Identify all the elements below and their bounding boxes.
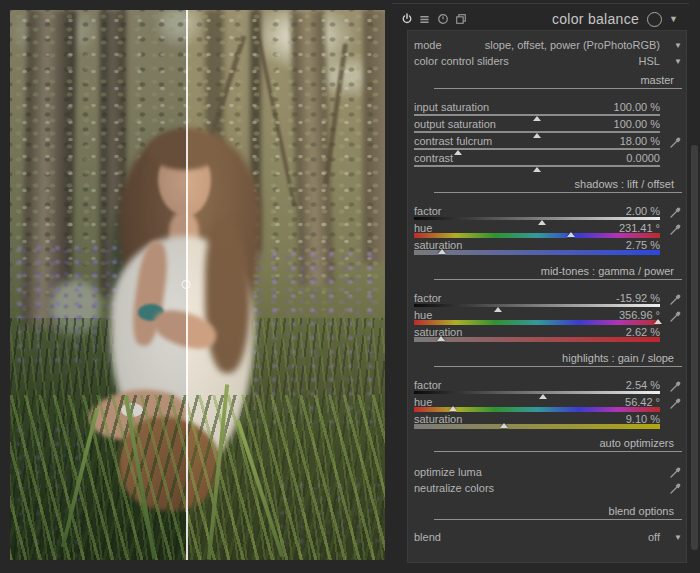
output-saturation-slider[interactable]: output saturation100.00 %: [412, 118, 682, 135]
reset-icon[interactable]: [436, 13, 449, 26]
blend-label: blend: [414, 531, 441, 543]
slider-marker[interactable]: [449, 406, 457, 411]
slider-marker[interactable]: [533, 167, 541, 172]
shadows-factor-slider[interactable]: factor2.00 %: [412, 205, 682, 222]
optimize-luma-button[interactable]: optimize luma: [412, 464, 682, 480]
color-control-combobox[interactable]: color control sliders HSL ▼: [412, 53, 682, 69]
blend-combobox[interactable]: blend off ▼: [412, 529, 682, 545]
slider-label: output saturation: [414, 118, 496, 130]
section-header-master[interactable]: master: [434, 71, 682, 89]
color-picker-icon[interactable]: [662, 136, 682, 148]
color-picker-icon[interactable]: [662, 482, 682, 494]
slider-track[interactable]: [414, 131, 660, 133]
slider-track[interactable]: [414, 320, 660, 325]
chevron-down-icon[interactable]: ▼: [674, 41, 682, 50]
multi-instance-icon[interactable]: [454, 13, 467, 26]
slider-value: 2.00 %: [626, 205, 660, 217]
section-header-blend-options[interactable]: blend options: [434, 502, 682, 520]
section-header-auto-optimizers[interactable]: auto optimizers: [434, 434, 682, 452]
slider-value: 100.00 %: [614, 118, 660, 130]
color-picker-icon[interactable]: [662, 223, 682, 235]
slider-value: 0.0000: [626, 152, 660, 164]
panel-divider: [392, 3, 689, 4]
slider-track[interactable]: [414, 114, 660, 116]
midtones-hue-slider[interactable]: hue356.96 °: [412, 309, 682, 326]
optimize-luma-label: optimize luma: [414, 466, 482, 478]
slider-track[interactable]: [414, 304, 660, 307]
slider-value: 18.00 %: [620, 135, 660, 147]
slider-marker[interactable]: [500, 423, 508, 428]
slider-track[interactable]: [414, 233, 660, 238]
darkroom-view: color balance ▼ mode slope, offset, powe…: [0, 0, 700, 573]
slider-track[interactable]: [414, 424, 660, 429]
section-header-highlights[interactable]: highlights : gain / slope: [434, 349, 682, 367]
color-control-label: color control sliders: [414, 55, 509, 67]
slider-label: contrast: [414, 152, 453, 164]
highlights-saturation-slider[interactable]: saturation9.10 %: [412, 413, 682, 430]
color-control-value[interactable]: HSL: [639, 55, 660, 67]
slider-marker[interactable]: [437, 336, 445, 341]
mode-label: mode: [414, 39, 442, 51]
slider-label: factor: [414, 205, 442, 217]
midtones-factor-slider[interactable]: factor-15.92 %: [412, 292, 682, 309]
slider-track[interactable]: [414, 165, 660, 167]
slider-label: input saturation: [414, 101, 489, 113]
blend-value[interactable]: off: [648, 531, 660, 543]
slider-label: factor: [414, 292, 442, 304]
snapshot-split-handle[interactable]: [181, 280, 190, 289]
highlights-factor-slider[interactable]: factor2.54 %: [412, 379, 682, 396]
chevron-down-icon[interactable]: ▼: [674, 57, 682, 66]
slider-track[interactable]: [414, 217, 660, 220]
section-header-shadows[interactable]: shadows : lift / offset: [434, 175, 682, 193]
slider-marker[interactable]: [567, 232, 575, 237]
contrast-fulcrum-slider[interactable]: contrast fulcrum18.00 %: [412, 135, 682, 152]
module-body: mode slope, offset, power (ProPhotoRGB) …: [407, 30, 687, 563]
section-title: mid-tones : gamma / power: [541, 265, 674, 277]
color-picker-icon[interactable]: [662, 380, 682, 392]
color-picker-icon[interactable]: [662, 397, 682, 409]
power-icon[interactable]: [400, 13, 413, 26]
slider-track[interactable]: [414, 391, 660, 394]
shadows-hue-slider[interactable]: hue231.41 °: [412, 222, 682, 239]
contrast-slider[interactable]: contrast0.0000: [412, 152, 682, 169]
slider-value: -15.92 %: [616, 292, 660, 304]
section-title: master: [640, 74, 674, 86]
after-grade-overlay: [186, 10, 385, 560]
slider-value: 100.00 %: [614, 101, 660, 113]
slider-label: contrast fulcrum: [414, 135, 492, 147]
input-saturation-slider[interactable]: input saturation100.00 %: [412, 101, 682, 118]
midtones-saturation-slider[interactable]: saturation2.62 %: [412, 326, 682, 343]
mask-indicator-icon[interactable]: [647, 12, 662, 27]
before-grade-overlay: [10, 10, 186, 560]
section-title: highlights : gain / slope: [562, 352, 674, 364]
slider-track[interactable]: [414, 148, 660, 150]
panel-scrollbar[interactable]: [691, 145, 698, 550]
section-title: blend options: [609, 505, 674, 517]
mode-value[interactable]: slope, offset, power (ProPhotoRGB): [485, 39, 660, 51]
module-header[interactable]: color balance ▼: [390, 7, 690, 31]
highlights-hue-slider[interactable]: hue56.42 °: [412, 396, 682, 413]
shadows-saturation-slider[interactable]: saturation2.75 %: [412, 239, 682, 256]
image-preview[interactable]: [10, 10, 385, 560]
presets-menu-icon[interactable]: [418, 13, 431, 26]
neutralize-colors-label: neutralize colors: [414, 482, 494, 494]
color-picker-icon[interactable]: [662, 466, 682, 478]
color-picker-icon[interactable]: [662, 206, 682, 218]
neutralize-colors-button[interactable]: neutralize colors: [412, 480, 682, 496]
color-balance-module: color balance ▼ mode slope, offset, powe…: [390, 0, 700, 573]
section-title: auto optimizers: [599, 437, 674, 449]
module-title[interactable]: color balance: [552, 11, 639, 27]
section-header-midtones[interactable]: mid-tones : gamma / power: [434, 262, 682, 280]
chevron-down-icon[interactable]: ▼: [669, 14, 678, 24]
slider-value: 2.54 %: [626, 379, 660, 391]
mode-combobox[interactable]: mode slope, offset, power (ProPhotoRGB) …: [412, 37, 682, 53]
color-picker-icon[interactable]: [662, 310, 682, 322]
slider-track[interactable]: [414, 250, 660, 255]
chevron-down-icon[interactable]: ▼: [674, 533, 682, 542]
slider-track[interactable]: [414, 407, 660, 412]
slider-marker[interactable]: [654, 319, 662, 324]
slider-track[interactable]: [414, 337, 660, 342]
section-title: shadows : lift / offset: [575, 178, 674, 190]
slider-marker[interactable]: [438, 249, 446, 254]
color-picker-icon[interactable]: [662, 293, 682, 305]
